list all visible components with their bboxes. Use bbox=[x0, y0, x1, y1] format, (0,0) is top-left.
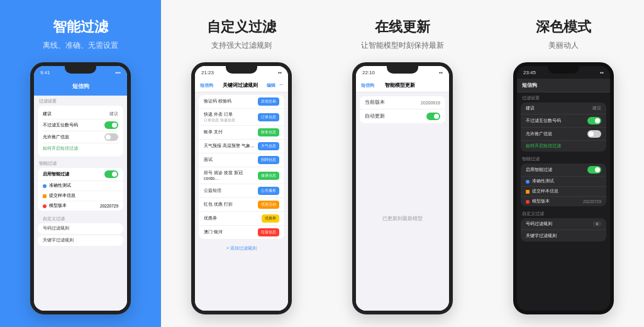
p1-keyword-filter-label: 关键字过滤规则 bbox=[43, 238, 74, 242]
p4-smart-filter-label: 启用智能过滤 bbox=[526, 167, 552, 173]
p2-nav-title: 关键词过滤规则 bbox=[223, 82, 258, 89]
p4-filter-settings-label: 过滤设置 bbox=[517, 92, 610, 103]
p4-content: 过滤设置 建议 建议 不过滤五位数号码 bbox=[517, 92, 610, 311]
p4-model-version-label: 模型版本 bbox=[532, 199, 550, 204]
phone-mockup-2: 21:23 ▪▪ 短信狗 关键词过滤规则 编辑 ··· 验证码 校验码 bbox=[191, 62, 292, 314]
p2-add-rule-btn[interactable]: + 添加过滤规则 bbox=[195, 241, 288, 255]
list-item: 优惠券 优惠券 bbox=[199, 212, 284, 226]
panel1-title: 智能过滤 bbox=[53, 18, 108, 36]
signal-icons-1: ▪▪▪ bbox=[115, 70, 121, 75]
p4-recommendation-row: 建议 建议 bbox=[521, 103, 606, 114]
p4-accuracy-dot bbox=[526, 180, 530, 184]
list-item: 红包 优惠 打折 优惠活动 bbox=[199, 198, 284, 212]
phone-mockup-1: 9:41 ▪▪▪ 短信狗 过滤设置 建议 建议 不过滤五位数号码 允许推广信息 bbox=[30, 62, 131, 314]
panel3-title: 在线更新 bbox=[375, 18, 430, 36]
p4-link-row[interactable]: 如何开启短信过滤 bbox=[521, 141, 606, 152]
p1-number-filter-label: 号码过滤规则 bbox=[43, 226, 69, 230]
p1-submit-label: 提交样本信息 bbox=[49, 193, 75, 199]
panel-dark-mode: 深色模式 美丽动人 23:45 ▪▪ 短信狗 过滤设置 建议 建议 bbox=[483, 0, 644, 327]
p4-five-digit-toggle[interactable] bbox=[587, 117, 601, 125]
list-item: 账单 支付 财务信息 bbox=[199, 126, 284, 140]
tag-coupon: 优惠券 bbox=[262, 214, 279, 223]
time-1: 9:41 bbox=[40, 70, 50, 75]
tag-weather: 天气信息 bbox=[258, 142, 279, 150]
tag-recruit: 招聘信息 bbox=[258, 156, 279, 164]
time-3: 22:10 bbox=[362, 70, 375, 75]
p1-smart-filter-label: 启用智能过滤 bbox=[43, 171, 69, 177]
p1-model-version-label: 模型版本 bbox=[49, 203, 67, 209]
p1-filter-card: 建议 建议 不过滤五位数号码 允许推广信息 如何开启短信过滤 bbox=[38, 106, 123, 157]
p1-submit-item: 提交样本信息 bbox=[38, 191, 123, 201]
p4-five-digit-row: 不过滤五位数号码 bbox=[521, 114, 606, 128]
p1-model-version-value: 20220729 bbox=[100, 204, 118, 208]
p1-smart-title-row: 启用智能过滤 bbox=[38, 168, 123, 181]
p3-update-card: 当前版本 20200919 自动更新 bbox=[360, 96, 445, 123]
p1-filter-settings-label: 过滤设置 bbox=[34, 96, 127, 106]
panel2-subtitle: 支持强大过滤规则 bbox=[211, 40, 272, 51]
p4-recommendation-value: 建议 bbox=[592, 105, 601, 111]
p3-updated-text: 已更新到最新模型 bbox=[356, 126, 449, 311]
phone-mockup-4: 23:45 ▪▪ 短信狗 过滤设置 建议 建议 bbox=[513, 62, 614, 314]
list-item: 天气预报 高温预警 气象… 天气信息 bbox=[199, 140, 284, 153]
tag-other: 其他交易 bbox=[258, 97, 279, 106]
panel1-subtitle: 离线、准确、无需设置 bbox=[43, 40, 118, 51]
p1-number-filter-row[interactable]: 号码过滤规则 bbox=[38, 223, 123, 234]
phone-notch-4 bbox=[548, 66, 579, 74]
p1-keyword-filter-row[interactable]: 关键字过滤规则 bbox=[38, 235, 123, 246]
p3-nav-title: 智能模型更新 bbox=[385, 82, 415, 89]
p2-filter-list: 验证码 校验码 其他交易 快递 外卖 订单 订单信息 快递信息 订单信息 账 bbox=[199, 95, 284, 239]
panel3-subtitle: 让智能模型时刻保持最新 bbox=[361, 40, 444, 51]
p4-model-version-value: 20220729 bbox=[583, 199, 601, 204]
p4-app-name: 短信狗 bbox=[522, 82, 537, 89]
phone-mockup-3: 22:10 ▪▪ 短信狗 智能模型更新 当前版本 20200919 自动更新 bbox=[352, 62, 453, 314]
p4-promo-label: 允许推广信息 bbox=[526, 131, 552, 137]
tag-health: 健康信息 bbox=[258, 172, 279, 180]
p4-submit-dot bbox=[526, 190, 530, 194]
p4-filter-card: 建议 建议 不过滤五位数号码 允许推广信息 bbox=[521, 103, 606, 152]
p4-number-filter-row[interactable]: 号码过滤规则 0 bbox=[521, 218, 606, 230]
panel2-title: 自定义过滤 bbox=[207, 18, 276, 36]
p2-more-btn[interactable]: ··· bbox=[279, 82, 283, 89]
panel-custom-filter: 自定义过滤 支持强大过滤规则 21:23 ▪▪ 短信狗 关键词过滤规则 编辑 ·… bbox=[161, 0, 322, 327]
phone-notch-3 bbox=[387, 66, 418, 74]
dot-blue-1 bbox=[43, 184, 47, 188]
dot-red-1 bbox=[43, 204, 47, 208]
p4-promo-toggle[interactable] bbox=[587, 130, 601, 138]
p4-custom-card: 号码过滤规则 0 关键字过滤规则 bbox=[521, 218, 606, 241]
p1-five-digit-label: 不过滤五位数号码 bbox=[43, 122, 78, 128]
dot-arrow-1 bbox=[43, 194, 47, 198]
p1-recommendation-label: 建议 bbox=[43, 111, 52, 117]
p4-keyword-filter-row[interactable]: 关键字过滤规则 bbox=[521, 230, 606, 241]
p1-promo-toggle[interactable] bbox=[104, 133, 118, 141]
p2-edit-btn[interactable]: 编辑 bbox=[267, 82, 275, 89]
p1-smart-card: 启用智能过滤 准确性测试 提交样本信息 模型版本 20220729 bbox=[38, 168, 123, 211]
p4-navbar: 短信狗 bbox=[517, 79, 610, 92]
list-item: 面试 招聘信息 bbox=[199, 153, 284, 167]
p4-smart-filter-toggle[interactable] bbox=[587, 166, 601, 174]
panel-smart-filter: 智能过滤 离线、准确、无需设置 9:41 ▪▪▪ 短信狗 过滤设置 建议 建议 … bbox=[0, 0, 161, 327]
signal-4: ▪▪ bbox=[600, 70, 604, 75]
phone-notch bbox=[65, 66, 96, 74]
p4-promo-row: 允许推广信息 bbox=[521, 128, 606, 141]
signal-2: ▪▪ bbox=[278, 70, 282, 75]
p2-list-container: 验证码 校验码 其他交易 快递 外卖 订单 订单信息 快递信息 订单信息 账 bbox=[195, 92, 288, 311]
panel4-title: 深色模式 bbox=[536, 18, 591, 36]
p1-smart-section-title: 智能过滤 bbox=[34, 158, 127, 168]
tag-spam: 垃圾信息 bbox=[258, 228, 279, 236]
p1-custom-section: 自定义过滤 号码过滤规则 关键字过滤规则 bbox=[38, 213, 123, 247]
tag-public: 公共服务 bbox=[258, 187, 279, 195]
p3-auto-update-toggle[interactable] bbox=[426, 113, 440, 120]
p3-version-value: 20200919 bbox=[421, 101, 440, 105]
p4-accuracy-item: 准确性测试 bbox=[521, 177, 606, 187]
p3-back-btn[interactable]: 短信狗 bbox=[361, 82, 374, 89]
p1-five-digit-toggle[interactable] bbox=[104, 121, 118, 129]
p4-recommendation-label: 建议 bbox=[526, 105, 535, 111]
p1-promo-row: 允许推广信息 bbox=[43, 131, 118, 143]
p4-submit-label: 提交样本信息 bbox=[532, 189, 558, 194]
tag-order: 订单信息 bbox=[258, 113, 279, 121]
p3-version-label: 当前版本 bbox=[365, 99, 385, 106]
p4-keyword-filter-label: 关键字过滤规则 bbox=[526, 233, 557, 239]
p1-link-row[interactable]: 如何开启短信过滤 bbox=[43, 143, 118, 153]
p2-back-btn[interactable]: 短信狗 bbox=[200, 82, 213, 89]
p1-smart-filter-toggle[interactable] bbox=[104, 170, 118, 178]
